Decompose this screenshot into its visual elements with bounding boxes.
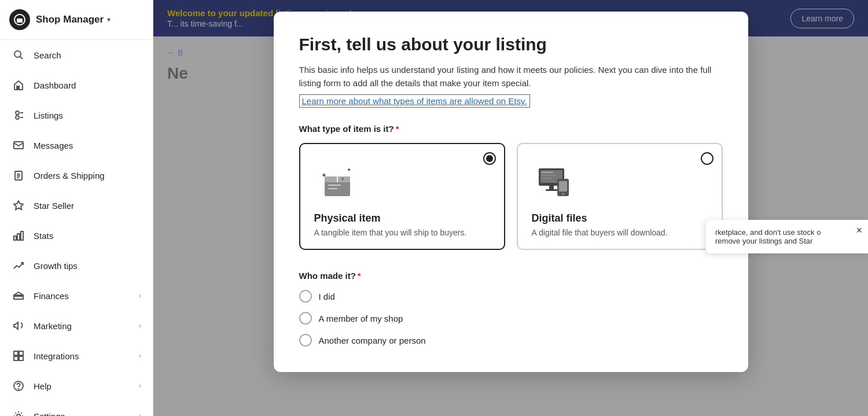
- radio-circle-i-did: [299, 290, 312, 303]
- shop-manager-header[interactable]: Shop Manager ▾: [0, 0, 153, 40]
- required-star: *: [396, 124, 399, 134]
- sidebar-item-label: Search: [34, 50, 141, 60]
- svg-line-3: [20, 57, 23, 60]
- sidebar-item-label: Finances: [34, 291, 139, 301]
- sidebar-item-settings[interactable]: Settings ›: [0, 401, 153, 416]
- physical-radio[interactable]: [483, 152, 496, 165]
- chevron-right-icon: ›: [139, 412, 141, 416]
- who-made-section-label: Who made it?*: [299, 271, 723, 281]
- shop-logo: [9, 9, 30, 30]
- listings-icon: [12, 108, 25, 122]
- sidebar-item-orders[interactable]: Orders & Shipping: [0, 160, 153, 190]
- listing-type-modal: First, tell us about your listing This b…: [274, 12, 748, 372]
- sidebar-title: Shop Manager: [36, 14, 104, 25]
- who-made-company[interactable]: Another company or person: [299, 334, 723, 347]
- home-icon: [12, 78, 25, 92]
- sidebar-nav: Search Dashboard Listings: [0, 40, 153, 416]
- gear-icon: [12, 409, 25, 416]
- svg-text:✦: ✦: [341, 176, 345, 182]
- sidebar-chevron-icon: ▾: [107, 16, 111, 24]
- physical-item-desc: A tangible item that you will ship to bu…: [314, 228, 490, 237]
- sidebar-item-growth-tips[interactable]: Growth tips: [0, 251, 153, 281]
- question-icon: [12, 379, 25, 393]
- sidebar-item-label: Stats: [34, 231, 141, 241]
- speaker-icon: [12, 319, 25, 333]
- svg-rect-41: [559, 181, 567, 192]
- chevron-right-icon: ›: [139, 352, 141, 360]
- svg-rect-4: [17, 86, 19, 89]
- svg-rect-39: [546, 189, 557, 191]
- notification-toast: rketplace, and don't use stock o remove …: [706, 220, 868, 253]
- svg-text:✦: ✦: [347, 167, 351, 173]
- sidebar-item-label: Marketing: [34, 321, 139, 331]
- grid-icon: [12, 349, 25, 363]
- toast-close-button[interactable]: ×: [856, 224, 862, 237]
- chevron-right-icon: ›: [139, 322, 141, 330]
- toast-body: rketplace, and don't use stock o remove …: [715, 228, 821, 245]
- sidebar-item-finances[interactable]: Finances ›: [0, 281, 153, 311]
- modal-title: First, tell us about your listing: [299, 35, 723, 54]
- clipboard-icon: [12, 168, 25, 182]
- svg-point-42: [562, 193, 564, 195]
- svg-point-2: [14, 51, 21, 57]
- sidebar-item-label: Integrations: [34, 351, 139, 361]
- svg-rect-15: [17, 234, 20, 240]
- digital-radio[interactable]: [701, 152, 713, 165]
- who-made-member-label: A member of my shop: [319, 314, 403, 323]
- sidebar-item-stats[interactable]: Stats: [0, 220, 153, 251]
- sidebar-item-dashboard[interactable]: Dashboard: [0, 70, 153, 100]
- sidebar-item-label: Listings: [34, 111, 141, 120]
- sidebar-item-star-seller[interactable]: Star Seller: [0, 190, 153, 220]
- who-made-company-label: Another company or person: [319, 336, 426, 345]
- digital-files-name: Digital files: [532, 212, 708, 224]
- svg-rect-1: [17, 19, 23, 23]
- sidebar-item-label: Help: [34, 381, 139, 391]
- svg-point-6: [16, 116, 19, 119]
- svg-rect-20: [14, 356, 18, 360]
- physical-item-card[interactable]: ✦ ✦ ✦ Physical item A tangible item that…: [299, 143, 505, 250]
- sidebar-item-label: Messages: [34, 141, 141, 150]
- sidebar-item-help[interactable]: Help ›: [0, 371, 153, 401]
- bank-icon: [12, 289, 25, 303]
- required-star-2: *: [358, 271, 361, 281]
- sidebar-item-label: Dashboard: [34, 80, 141, 90]
- digital-item-icon: [532, 158, 578, 204]
- svg-rect-18: [14, 351, 18, 355]
- radio-circle-company: [299, 334, 312, 347]
- sidebar-item-listings[interactable]: Listings: [0, 100, 153, 130]
- sidebar-item-label: Star Seller: [34, 201, 141, 211]
- digital-files-desc: A digital file that buyers will download…: [532, 228, 708, 237]
- svg-rect-37: [542, 178, 552, 179]
- svg-rect-16: [21, 231, 23, 240]
- svg-rect-38: [549, 186, 554, 189]
- physical-item-name: Physical item: [314, 212, 490, 224]
- svg-rect-29: [328, 188, 337, 189]
- who-made-member[interactable]: A member of my shop: [299, 312, 723, 325]
- svg-rect-35: [542, 172, 553, 173]
- sidebar-item-messages[interactable]: Messages: [0, 130, 153, 160]
- modal-description: This basic info helps us understand your…: [299, 64, 723, 90]
- modal-overlay: First, tell us about your listing This b…: [153, 0, 868, 416]
- bar-chart-icon: [12, 229, 25, 242]
- sidebar-item-label: Orders & Shipping: [34, 171, 141, 181]
- sidebar: Shop Manager ▾ Search Dashboard: [0, 0, 153, 416]
- svg-text:✦: ✦: [321, 171, 327, 179]
- chevron-right-icon: ›: [139, 292, 141, 300]
- sidebar-item-integrations[interactable]: Integrations ›: [0, 341, 153, 371]
- modal-learn-link[interactable]: Learn more about what types of items are…: [299, 94, 530, 108]
- search-icon: [12, 48, 25, 62]
- star-icon: [12, 198, 25, 212]
- sidebar-item-marketing[interactable]: Marketing ›: [0, 311, 153, 341]
- sidebar-item-search[interactable]: Search: [0, 40, 153, 70]
- item-type-section-label: What type of item is it?*: [299, 124, 723, 134]
- main-content: Welcome to your updated listing experien…: [153, 0, 868, 416]
- who-made-i-did-label: I did: [319, 292, 335, 301]
- svg-rect-14: [14, 236, 16, 240]
- mail-icon: [12, 138, 25, 152]
- svg-rect-36: [542, 175, 556, 176]
- trend-icon: [12, 259, 25, 273]
- digital-files-card[interactable]: Digital files A digital file that buyers…: [517, 143, 723, 250]
- svg-rect-19: [19, 351, 23, 355]
- who-made-i-did[interactable]: I did: [299, 290, 723, 303]
- sidebar-item-label: Settings: [34, 411, 139, 417]
